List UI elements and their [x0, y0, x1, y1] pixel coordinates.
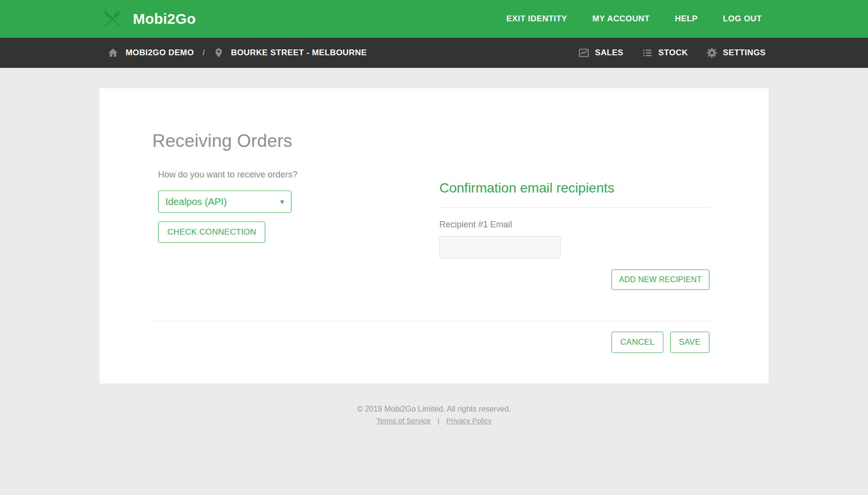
breadcrumb-separator: /: [201, 48, 207, 57]
breadcrumb-store[interactable]: MOBI2GO DEMO: [126, 48, 194, 58]
chart-icon: [578, 47, 590, 59]
terms-of-service-link[interactable]: Terms of Service: [376, 416, 431, 425]
location-pin-icon[interactable]: [213, 47, 224, 59]
topnav-help[interactable]: HELP: [675, 14, 698, 24]
subnav-sales-label: SALES: [595, 48, 624, 58]
subnav-stock[interactable]: STOCK: [641, 47, 688, 59]
list-icon: [641, 47, 654, 59]
pos-select[interactable]: Idealpos (API) ▼: [158, 191, 291, 213]
brand-name: Mobi2Go: [133, 11, 196, 27]
breadcrumb: MOBI2GO DEMO / BOURKE STREET - MELBOURNE: [99, 47, 367, 59]
store-navigation: SALES STOCK: [578, 47, 769, 59]
footer-link-separator: |: [433, 416, 444, 425]
chevron-down-icon: ▼: [279, 199, 285, 205]
recipient-1-email-input[interactable]: [439, 236, 561, 258]
confirmation-recipients-section: Confirmation email recipients Recipient …: [439, 131, 709, 290]
top-navigation: EXIT IDENTITY MY ACCOUNT HELP LOG OUT: [506, 14, 769, 24]
pos-select-value: Idealpos (API): [165, 196, 227, 208]
subnav-settings-label: SETTINGS: [723, 48, 766, 58]
privacy-policy-link[interactable]: Privacy Policy: [446, 416, 491, 425]
recipient-1-label: Recipient #1 Email: [439, 220, 709, 230]
crossed-fork-knife-icon: [99, 6, 126, 32]
brand-logo[interactable]: Mobi2Go: [99, 6, 196, 32]
gear-icon: [706, 47, 718, 59]
top-bar: Mobi2Go EXIT IDENTITY MY ACCOUNT HELP LO…: [0, 0, 868, 38]
form-actions: CANCEL SAVE: [152, 332, 709, 353]
home-icon[interactable]: [107, 47, 119, 59]
actions-divider: [152, 321, 709, 321]
breadcrumb-location[interactable]: BOURKE STREET - MELBOURNE: [231, 48, 367, 58]
topnav-exit-identity[interactable]: EXIT IDENTITY: [506, 14, 567, 24]
receiving-orders-section: Receiving Orders How do you want to rece…: [152, 131, 439, 243]
page-footer: © 2019 Mobi2Go Limited. All rights reser…: [0, 405, 868, 425]
topnav-log-out[interactable]: LOG OUT: [723, 14, 762, 24]
subnav-sales[interactable]: SALES: [578, 47, 624, 59]
cancel-button[interactable]: CANCEL: [611, 332, 663, 353]
settings-card: Receiving Orders How do you want to rece…: [99, 88, 769, 383]
topnav-my-account[interactable]: MY ACCOUNT: [593, 14, 650, 24]
breadcrumb-bar: MOBI2GO DEMO / BOURKE STREET - MELBOURNE: [0, 38, 868, 68]
subnav-settings[interactable]: SETTINGS: [706, 47, 766, 59]
recipients-heading: Confirmation email recipients: [439, 180, 709, 196]
check-connection-button[interactable]: CHECK CONNECTION: [158, 222, 265, 243]
subnav-stock-label: STOCK: [659, 48, 688, 58]
recipients-divider: [439, 208, 709, 208]
add-new-recipient-button[interactable]: ADD NEW RECIPIENT: [611, 270, 709, 290]
page-title: Receiving Orders: [152, 131, 439, 151]
copyright-text: © 2019 Mobi2Go Limited. All rights reser…: [0, 405, 868, 414]
receive-orders-question: How do you want to receive orders?: [158, 170, 439, 180]
save-button[interactable]: SAVE: [670, 332, 709, 353]
